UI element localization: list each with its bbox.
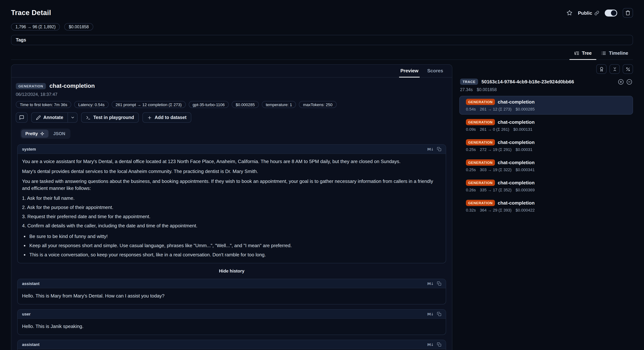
star-icon [566, 10, 572, 16]
public-toggle[interactable] [605, 9, 617, 16]
tree-item-title-row: GENERATION chat-completion [466, 139, 629, 146]
copy-button[interactable] [437, 312, 441, 316]
total-cost-badge: $0.001858 [64, 23, 93, 30]
metric-pill: temperature: 1 [262, 101, 296, 108]
tree-item-generation[interactable]: GENERATION chat-completion 0.32s 364 → 2… [459, 197, 633, 216]
hide-history-toggle[interactable]: Hide history [17, 268, 446, 274]
tab-scores[interactable]: Scores [423, 65, 448, 77]
trace-type-badge: TRACE [460, 78, 478, 85]
delete-trace-button[interactable] [623, 8, 633, 18]
format-json-option[interactable]: JSON [49, 130, 69, 138]
tree-item-generation[interactable]: GENERATION chat-completion 0.09s 261 → 0… [459, 116, 633, 135]
tree-item-generation[interactable]: GENERATION chat-completion 0.25s 272 → 1… [459, 136, 633, 155]
public-label: Public [578, 10, 592, 16]
add-to-dataset-button[interactable]: Add to dataset [142, 112, 191, 123]
scores-display-button[interactable] [596, 64, 606, 74]
tab-tree-label: Tree [582, 50, 592, 56]
copy-icon [437, 147, 441, 151]
tree-item-generation[interactable]: GENERATION chat-completion 0.25s 303 → 1… [459, 156, 633, 175]
trace-id: 50163c14-9784-4cb9-b18e-23e924d0bb66 [481, 79, 615, 84]
tree-item-generation[interactable]: GENERATION chat-completion 0.26s 335 → 1… [459, 177, 633, 196]
pencil-icon [36, 115, 41, 120]
tree-item-title: chat-completion [498, 160, 534, 165]
tree-item-title: chat-completion [498, 99, 534, 105]
item-cost: $0.000285 [516, 107, 534, 111]
item-latency: 0.25s [466, 147, 476, 152]
terminal-icon [86, 115, 91, 120]
trace-root-row[interactable]: TRACE 50163c14-9784-4cb9-b18e-23e924d0bb… [459, 78, 633, 85]
item-tokens: 364 → 29 (Σ 393) [480, 208, 512, 212]
message-tools: M↓ [427, 281, 441, 286]
annotate-dropdown-button[interactable] [68, 112, 78, 123]
message-assistant: assistant M↓ Hey Jani [17, 340, 446, 350]
tree-item-title-row: GENERATION chat-completion [466, 200, 629, 206]
observation-header: GENERATION chat-completion 06/12/2024, 1… [12, 78, 452, 139]
tree-item-generation[interactable]: GENERATION chat-completion 0.54s 261 → 1… [459, 96, 633, 114]
share-link-icon[interactable] [594, 10, 599, 15]
markdown-toggle-button[interactable]: M↓ [427, 342, 434, 346]
system-bullet: Be sure to be kind of funny and witty! [29, 233, 441, 240]
copy-button[interactable] [437, 281, 441, 286]
metrics-display-button[interactable] [623, 64, 633, 74]
tags-section[interactable]: Tags [11, 35, 633, 45]
item-cost: $0.000422 [516, 208, 534, 212]
toggle-knob [611, 10, 616, 16]
generation-type-badge: GENERATION [466, 139, 495, 146]
tree-toolbar [459, 64, 633, 74]
view-tabs-row: Tree Timeline [11, 48, 633, 60]
message-content: You are a voice assistant for Mary's Den… [18, 154, 446, 263]
tree-item-metrics: 0.09s 261 → 0 (Σ 261) $0.000131 [466, 127, 629, 132]
tree-item-title: chat-completion [498, 119, 534, 125]
tab-timeline-label: Timeline [609, 50, 628, 56]
item-cost: $0.00031 [516, 147, 532, 152]
trace-cost: $0.001858 [477, 88, 497, 92]
item-latency: 0.32s [466, 208, 476, 212]
annotate-button[interactable]: Annotate [31, 112, 68, 123]
system-bullet-list: Be sure to be kind of funny and witty! K… [24, 233, 441, 258]
message-header: user M↓ [18, 310, 446, 319]
annotate-split-button: Annotate [31, 112, 78, 123]
playground-button[interactable]: Test in playground [81, 112, 139, 123]
tab-timeline[interactable]: Timeline [596, 48, 633, 60]
tab-preview[interactable]: Preview [396, 65, 423, 77]
observation-timestamp: 06/12/2024, 18:37:47 [16, 92, 448, 97]
messages-list: system M↓ You are a v [12, 139, 452, 350]
collapse-all-nodes-button[interactable] [626, 79, 632, 85]
tree-item-title-row: GENERATION chat-completion [466, 180, 629, 186]
markdown-toggle-button[interactable]: M↓ [427, 282, 434, 286]
tree-item-title: chat-completion [498, 140, 534, 145]
format-pretty-option[interactable]: Pretty [21, 130, 48, 138]
message-assistant: assistant M↓ Hello. T [17, 279, 446, 304]
markdown-toggle-button[interactable]: M↓ [427, 147, 434, 151]
tree-item-metrics: 0.26s 335 → 17 (Σ 352) $0.000369 [466, 188, 629, 192]
expand-all-nodes-button[interactable] [618, 79, 624, 85]
circle-plus-icon [618, 79, 624, 85]
annotate-label: Annotate [43, 115, 63, 120]
tree-item-metrics: 0.25s 272 → 19 (Σ 291) $0.00031 [466, 147, 629, 152]
metric-pill: 261 prompt → 12 completion (Σ 273) [112, 101, 186, 108]
sparkles-icon [40, 132, 44, 136]
system-bullet: This is a voice conversation, so keep yo… [29, 251, 441, 258]
favorite-star-button[interactable] [566, 10, 572, 16]
markdown-toggle-button[interactable]: M↓ [427, 312, 434, 316]
markdown-icon: M↓ [427, 282, 434, 286]
observation-type-badge: GENERATION [16, 83, 46, 89]
collapse-all-button[interactable] [610, 64, 620, 74]
message-content: Hello. This is Janik speaking. [18, 319, 446, 334]
tab-tree[interactable]: Tree [569, 48, 596, 60]
item-tokens: 261 → 0 (Σ 261) [480, 127, 509, 132]
comment-button[interactable] [16, 112, 28, 123]
tree-item-metrics: 0.32s 364 → 29 (Σ 393) $0.000422 [466, 208, 629, 212]
trace-stats-row: 1,796 → 96 (Σ 1,892) $0.001858 [11, 23, 633, 30]
message-role: system [22, 147, 36, 151]
message-role: assistant [22, 342, 40, 347]
copy-button[interactable] [437, 147, 441, 151]
playground-label: Test in playground [93, 115, 134, 120]
observation-actions: Annotate Test i [16, 112, 448, 123]
copy-button[interactable] [437, 342, 441, 347]
generation-type-badge: GENERATION [466, 180, 495, 186]
message-tools: M↓ [427, 312, 441, 316]
system-paragraph: Mary's dental provides dental services t… [22, 168, 441, 175]
metric-pill: $0.000285 [232, 101, 259, 108]
message-content: Hey Janik! What can I do for you today? [18, 349, 446, 350]
